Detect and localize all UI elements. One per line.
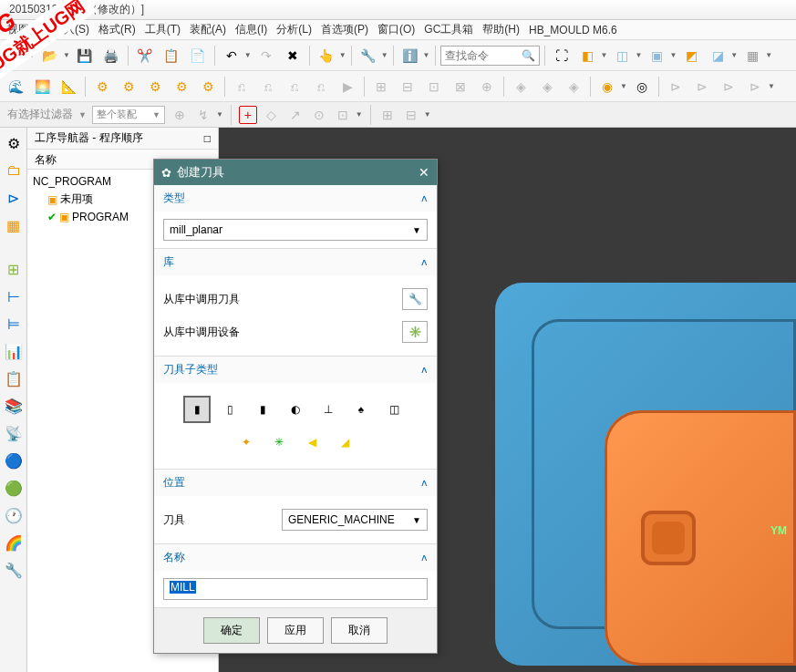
ok-button[interactable]: 确定 — [203, 617, 260, 644]
nav2-icon[interactable]: ⊳ — [4, 188, 24, 208]
delete-icon[interactable]: ✖ — [281, 44, 305, 67]
filter-combo[interactable]: 整个装配▼ — [92, 106, 165, 124]
section-subtype-header[interactable]: 刀具子类型 ʌ — [154, 357, 437, 383]
cam25-icon[interactable]: ⊳ — [690, 75, 714, 98]
apply-button[interactable]: 应用 — [267, 617, 324, 644]
type-select[interactable]: mill_planar ▼ — [163, 219, 428, 241]
cube3-icon[interactable]: ◩ — [679, 44, 703, 67]
subtype-10-icon[interactable]: ◀ — [298, 429, 326, 456]
cam9-icon[interactable]: ⎌ — [230, 75, 253, 98]
cam21-icon[interactable]: ◈ — [562, 75, 585, 98]
cam12-icon[interactable]: ⎌ — [309, 75, 333, 98]
cam20-icon[interactable]: ◈ — [535, 75, 559, 98]
nav10-icon[interactable]: 📡 — [4, 423, 24, 443]
cam2-icon[interactable]: 🌅 — [30, 75, 54, 98]
nav8-icon[interactable]: 📋 — [4, 368, 24, 388]
subtype-3-icon[interactable]: ▮ — [249, 396, 276, 423]
nav15-icon[interactable]: 🔧 — [4, 560, 24, 580]
close-icon[interactable]: ✕ — [419, 165, 429, 180]
subtype-6-icon[interactable]: ♠ — [347, 396, 375, 423]
nav3-icon[interactable]: ▦ — [4, 215, 24, 235]
gear-icon[interactable]: ⚙ — [4, 133, 24, 153]
cam15-icon[interactable]: ⊟ — [396, 75, 419, 98]
f9-icon[interactable]: ⊟ — [402, 106, 420, 124]
info-icon[interactable]: ℹ️ — [398, 44, 422, 67]
section-lib-header[interactable]: 库 ʌ — [154, 249, 437, 275]
cam7-icon[interactable]: ⚙ — [170, 75, 193, 98]
name-input[interactable]: MILL — [163, 578, 428, 600]
search-input[interactable] — [445, 49, 518, 62]
menu-tools[interactable]: 工具(T) — [145, 22, 181, 37]
cam11-icon[interactable]: ⎌ — [283, 75, 306, 98]
menu-analysis[interactable]: 分析(L) — [276, 22, 312, 37]
menu-insert[interactable]: 插入(S) — [53, 22, 89, 37]
cube2-icon[interactable]: ▣ — [645, 44, 668, 67]
subtype-2-icon[interactable]: ▯ — [216, 396, 243, 423]
nav6-icon[interactable]: ⊨ — [4, 314, 24, 334]
section-name-header[interactable]: 名称 ʌ — [154, 544, 437, 571]
nav5-icon[interactable]: ⊢ — [4, 286, 24, 306]
menu-assembly[interactable]: 装配(A) — [190, 22, 226, 37]
nav9-icon[interactable]: 📚 — [4, 396, 24, 416]
cam23-icon[interactable]: ◎ — [630, 75, 654, 98]
menu-format[interactable]: 格式(R) — [98, 22, 136, 37]
lib-tool-button[interactable]: 🔧 — [402, 288, 428, 310]
f7-icon[interactable]: ⊡ — [334, 106, 352, 124]
section-position-header[interactable]: 位置 ʌ — [154, 470, 437, 496]
cam22-icon[interactable]: ◉ — [595, 75, 619, 98]
open-icon[interactable]: 📂 — [38, 44, 62, 67]
paste-icon[interactable]: 📄 — [186, 44, 210, 67]
menu-preferences[interactable]: 首选项(P) — [321, 22, 368, 37]
nav4-icon[interactable]: ⊞ — [4, 259, 24, 279]
cam3-icon[interactable]: 📐 — [57, 75, 80, 98]
f2-icon[interactable]: ↯ — [194, 106, 212, 124]
shade-icon[interactable]: ▦ — [740, 44, 764, 67]
cam14-icon[interactable]: ⊞ — [369, 75, 393, 98]
cam5-icon[interactable]: ⚙ — [117, 75, 140, 98]
f1-icon[interactable]: ⊕ — [171, 106, 189, 124]
cam4-icon[interactable]: ⚙ — [90, 75, 114, 98]
subtype-8-icon[interactable]: ✦ — [233, 429, 260, 456]
subtype-11-icon[interactable]: ◢ — [331, 429, 358, 456]
position-select[interactable]: GENERIC_MACHINE ▼ — [282, 509, 428, 531]
nav12-icon[interactable]: 🟢 — [4, 478, 24, 498]
nav13-icon[interactable]: 🕐 — [4, 505, 24, 525]
cam16-icon[interactable]: ⊡ — [422, 75, 446, 98]
f4-icon[interactable]: ◇ — [263, 106, 281, 124]
cam27-icon[interactable]: ⊳ — [743, 75, 767, 98]
nav7-icon[interactable]: 📊 — [4, 341, 24, 361]
f3-icon[interactable]: + — [239, 106, 257, 124]
search-icon[interactable]: 🔍 — [522, 49, 535, 62]
f8-icon[interactable]: ⊞ — [378, 106, 397, 124]
cube4-icon[interactable]: ◪ — [706, 44, 729, 67]
cam13-icon[interactable]: ▶ — [336, 75, 359, 98]
nav11-icon[interactable]: 🔵 — [4, 450, 24, 470]
section-type-header[interactable]: 类型 ʌ — [154, 185, 437, 212]
cam17-icon[interactable]: ⊠ — [449, 75, 472, 98]
subtype-mill-icon[interactable]: ▮ — [183, 396, 211, 423]
cube1-icon[interactable]: ◫ — [610, 44, 634, 67]
nav-collapse-icon[interactable]: □ — [204, 132, 211, 145]
fit-icon[interactable]: ⛶ — [550, 44, 574, 67]
cancel-button[interactable]: 取消 — [331, 617, 388, 644]
nav1-icon[interactable]: 🗀 — [4, 160, 24, 181]
subtype-9-icon[interactable]: ✳ — [265, 429, 293, 456]
cam18-icon[interactable]: ⊕ — [475, 75, 499, 98]
copy-icon[interactable]: 📋 — [160, 44, 183, 67]
tool1-icon[interactable]: 🔧 — [357, 44, 380, 67]
cam26-icon[interactable]: ⊳ — [717, 75, 740, 98]
menu-hbmould[interactable]: HB_MOULD M6.6 — [529, 24, 617, 36]
f5-icon[interactable]: ↗ — [286, 106, 305, 124]
cam10-icon[interactable]: ⎌ — [256, 75, 280, 98]
print-icon[interactable]: 🖨️ — [99, 44, 123, 67]
menu-help[interactable]: 帮助(H) — [482, 22, 520, 37]
undo-icon[interactable]: ↶ — [220, 44, 243, 67]
nav14-icon[interactable]: 🌈 — [4, 532, 24, 553]
f6-icon[interactable]: ⊙ — [310, 106, 328, 124]
dialog-titlebar[interactable]: ✿ 创建刀具 ✕ — [154, 160, 437, 185]
cam8-icon[interactable]: ⚙ — [196, 75, 220, 98]
menu-window[interactable]: 窗口(O) — [377, 22, 415, 37]
redo-icon[interactable]: ↷ — [254, 44, 278, 67]
cam6-icon[interactable]: ⚙ — [143, 75, 167, 98]
new-icon[interactable]: 📄 — [4, 44, 27, 67]
